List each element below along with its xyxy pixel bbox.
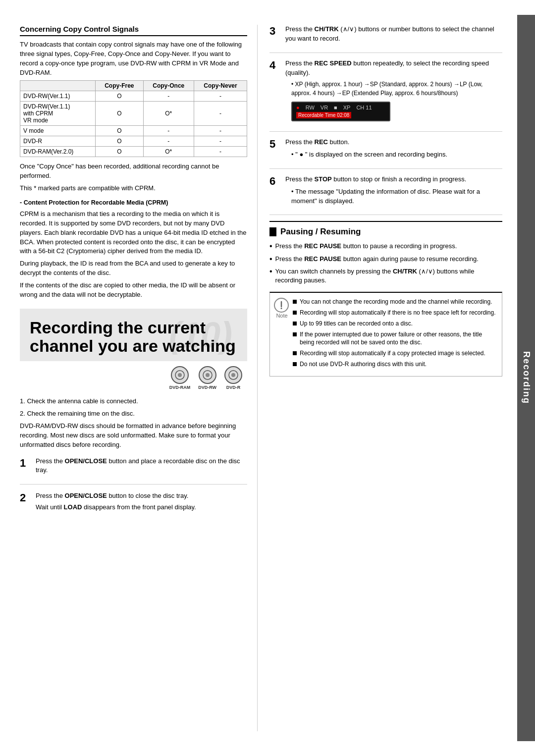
cprm-title: - Content Protection for Recordable Medi… xyxy=(20,198,247,207)
table-row: DVD-R O - - xyxy=(20,136,247,147)
table-row: DVD-RW(Ver.1.1)with CPRMVR mode O O* - xyxy=(20,102,247,126)
copy-control-title: Concerning Copy Control Signals xyxy=(20,25,247,36)
note-label: Note xyxy=(271,313,293,319)
svg-point-6 xyxy=(281,308,282,309)
svg-point-0 xyxy=(175,371,184,379)
after-table-note-2: This * marked parts are compatible with … xyxy=(20,184,247,193)
side-tab-recording: Recording xyxy=(517,15,535,741)
cprm-text-1: CPRM is a mechanism that ties a recordin… xyxy=(20,210,247,256)
hero-title: Recording the current channel you are wa… xyxy=(30,319,237,356)
step-5: 5 Press the REC button. • " ● " is displ… xyxy=(269,138,502,169)
note-item-4: If the power interrupted due to power fa… xyxy=(293,330,496,347)
step-3: 3 Press the CH/TRK (∧/∨) buttons or numb… xyxy=(269,25,502,53)
note-icon xyxy=(274,298,289,313)
table-row: V mode O - - xyxy=(20,126,247,136)
table-row: DVD-RAM(Ver.2.0) O O* - xyxy=(20,147,247,157)
svg-point-1 xyxy=(178,374,181,377)
note-item-6: Do not use DVD-R authoring discs with th… xyxy=(293,360,496,369)
step-6: 6 Press the STOP button to stop or finis… xyxy=(269,175,502,216)
step-1: 1 Press the OPEN/CLOSE button and place … xyxy=(20,457,247,485)
dvd-r-icon: DVD-R xyxy=(224,366,242,390)
table-row: DVD-RW(Ver.1.1) O - - xyxy=(20,91,247,102)
pausing-item-2: • Press the REC PAUSE button again durin… xyxy=(269,255,502,264)
step-4: 4 Press the REC SPEED button repeatedly,… xyxy=(269,59,502,132)
disc-icons-row: DVD-RAM DVD-RW DVD-R xyxy=(20,366,247,390)
prep-note-2: 2. Check the remaining time on the disc. xyxy=(20,409,247,419)
dvd-ram-icon: DVD-RAM xyxy=(169,366,191,390)
copy-control-intro: TV broadcasts that contain copy control … xyxy=(20,40,247,77)
after-table-note-1: Once "Copy Once" has been recorded, addi… xyxy=(20,162,247,181)
section-marker xyxy=(269,227,276,236)
pausing-section: Pausing / Resuming • Press the REC PAUSE… xyxy=(269,221,502,285)
hero-banner: (10) Recording the current channel you a… xyxy=(20,309,247,362)
cprm-text-3: If the contents of the disc are copied t… xyxy=(20,281,247,300)
pausing-title: Pausing / Resuming xyxy=(280,227,361,237)
svg-point-2 xyxy=(203,371,212,379)
cprm-text-2: During playback, the ID is read from the… xyxy=(20,259,247,278)
note-item-5: Recording will stop automatically if a c… xyxy=(293,349,496,358)
osd-display: ● RW VR ■ XP CH 11 Recordable Time 02:08 xyxy=(291,102,390,121)
note-item-3: Up to 99 titles can be recorded onto a d… xyxy=(293,320,496,328)
prep-note-3: DVD-RAM/DVD-RW discs should be formatted… xyxy=(20,422,247,450)
step-2: 2 Press the OPEN/CLOSE button to close t… xyxy=(20,491,247,521)
svg-point-3 xyxy=(206,374,209,377)
prep-note-1: 1. Check the antenna cable is connected. xyxy=(20,397,247,406)
svg-point-5 xyxy=(232,374,235,377)
svg-point-4 xyxy=(229,371,238,379)
pausing-item-3: • You can switch channels by pressing th… xyxy=(269,267,502,285)
note-item-1: You can not change the recording mode an… xyxy=(293,298,496,306)
note-item-2: Recording will stop automatically if the… xyxy=(293,309,496,317)
pausing-item-1: • Press the REC PAUSE button to pause a … xyxy=(269,242,502,251)
dvd-rw-icon: DVD-RW xyxy=(198,366,216,390)
copy-control-table: Copy-Free Copy-Once Copy-Never DVD-RW(Ve… xyxy=(20,80,247,157)
copy-control-section: Concerning Copy Control Signals TV broad… xyxy=(20,25,247,300)
note-box: Note You can not change the recording mo… xyxy=(269,292,502,377)
